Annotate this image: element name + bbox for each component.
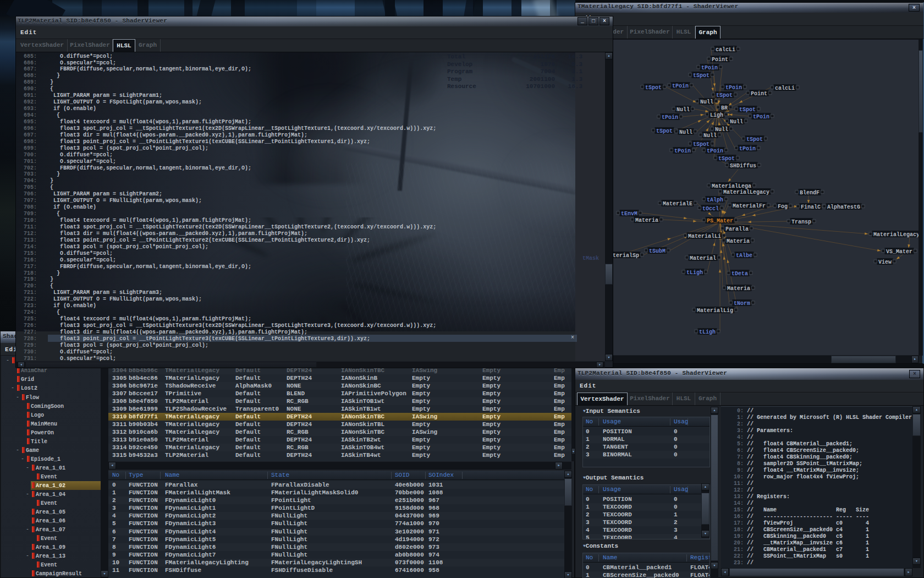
svg-text:tSubM: tSubM bbox=[649, 248, 666, 254]
svg-text:Materia: Materia bbox=[635, 217, 658, 223]
svg-text:Point: Point bbox=[751, 91, 767, 97]
svg-text:MaterialLig: MaterialLig bbox=[697, 308, 733, 314]
svg-text:Material: Material bbox=[690, 255, 716, 261]
svg-text:BR: BR bbox=[721, 105, 728, 111]
svg-text:Materia: Materia bbox=[727, 238, 750, 244]
svg-text:tSpot: tSpot bbox=[718, 156, 735, 162]
svg-text:PS_Mater: PS_Mater bbox=[707, 218, 733, 224]
svg-text:Materia: Materia bbox=[727, 286, 750, 292]
svg-text:Transp: Transp bbox=[791, 219, 811, 225]
svg-text:tSpot: tSpot bbox=[693, 73, 710, 79]
svg-text:Fog: Fog bbox=[778, 204, 788, 210]
svg-text:MaterialLi: MaterialLi bbox=[688, 233, 721, 239]
svg-text:Ligh: Ligh bbox=[710, 112, 723, 118]
svg-text:tLigh: tLigh bbox=[686, 270, 703, 276]
svg-text:SHDiffus: SHDiffus bbox=[730, 163, 756, 169]
svg-text:tNorm: tNorm bbox=[734, 301, 750, 307]
svg-text:tLigh: tLigh bbox=[699, 329, 716, 335]
svg-text:tPoin: tPoin bbox=[725, 85, 742, 91]
svg-text:calcLi: calcLi bbox=[716, 47, 735, 53]
svg-text:tSpot: tSpot bbox=[739, 107, 756, 113]
svg-text:Null: Null bbox=[703, 133, 717, 139]
svg-text:BlendF: BlendF bbox=[800, 190, 820, 196]
svg-text:View: View bbox=[878, 259, 892, 265]
svg-text:tDeta: tDeta bbox=[732, 271, 748, 277]
svg-text:tPoin: tPoin bbox=[753, 114, 769, 120]
svg-text:tPoin: tPoin bbox=[662, 114, 678, 121]
svg-text:tPoin: tPoin bbox=[672, 83, 689, 89]
svg-text:Null: Null bbox=[679, 129, 692, 135]
svg-text:Null: Null bbox=[730, 119, 743, 125]
svg-text:tOccl: tOccl bbox=[702, 206, 719, 212]
svg-text:tPoin: tPoin bbox=[707, 148, 723, 154]
svg-text:Null: Null bbox=[715, 127, 728, 133]
svg-text:MaterialLegacy: MaterialLegacy bbox=[873, 232, 919, 238]
svg-text:Paralla: Paralla bbox=[725, 226, 749, 232]
svg-text:Null: Null bbox=[676, 107, 690, 113]
svg-text:tPoin: tPoin bbox=[674, 148, 691, 154]
svg-text:calcLi: calcLi bbox=[775, 85, 795, 91]
svg-text:tPoin: tPoin bbox=[739, 146, 756, 152]
svg-text:tEnvM: tEnvM bbox=[621, 211, 637, 217]
svg-text:tSpot: tSpot bbox=[645, 85, 662, 91]
svg-text:MaterialFr: MaterialFr bbox=[733, 203, 766, 209]
svg-text:tAlbe: tAlbe bbox=[736, 253, 752, 259]
svg-text:tPoin: tPoin bbox=[701, 65, 718, 71]
svg-text:MaterialE: MaterialE bbox=[663, 201, 692, 207]
svg-text:Point: Point bbox=[712, 57, 728, 63]
svg-text:MaterialLega: MaterialLega bbox=[712, 183, 751, 189]
svg-text:tAlph: tAlph bbox=[707, 197, 723, 203]
svg-text:AlphaTestG: AlphaTestG bbox=[827, 204, 860, 210]
svg-text:Null: Null bbox=[700, 99, 713, 105]
svg-text:tSpot: tSpot bbox=[716, 92, 733, 99]
svg-text:FinalC: FinalC bbox=[801, 204, 821, 210]
svg-text:tSpot: tSpot bbox=[746, 137, 763, 143]
svg-text:MaterialLegacy: MaterialLegacy bbox=[723, 189, 769, 195]
svg-text:tSpot: tSpot bbox=[693, 141, 710, 148]
svg-text:tSpot: tSpot bbox=[656, 128, 673, 134]
svg-text:VS_Mater: VS_Mater bbox=[886, 249, 912, 255]
